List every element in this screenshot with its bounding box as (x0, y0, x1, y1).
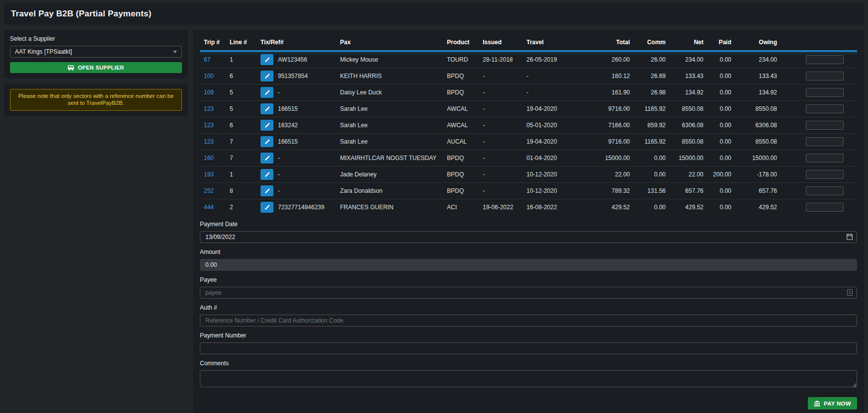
payment-number-group: Payment Number (200, 332, 857, 354)
open-supplier-button[interactable]: OPEN SUPPLIER (10, 62, 182, 73)
pax-cell: FRANCES GUERIN (336, 199, 443, 216)
edit-ref-button[interactable] (260, 103, 273, 114)
ref-text: 72327714846239 (278, 204, 324, 211)
pay-amount-cell (781, 199, 857, 216)
payment-number-input[interactable] (200, 342, 857, 354)
pencil-icon (264, 172, 270, 177)
owing-cell: 15000.00 (735, 150, 781, 166)
travel-cell: - (522, 84, 586, 101)
table-row: 1095 -Daisy Lee DuckBPDQ--161.9026.98134… (200, 84, 857, 101)
net-cell: 133.43 (670, 68, 707, 84)
trip-link[interactable]: 160 (204, 155, 214, 162)
column-header: Total (586, 34, 634, 51)
product-cell: AWCAL (443, 117, 479, 134)
trip-link[interactable]: 444 (204, 204, 214, 211)
trip-link[interactable]: 193 (204, 171, 214, 178)
line-cell: 6 (226, 117, 257, 134)
trip-link[interactable]: 252 (204, 187, 214, 194)
edit-ref-button[interactable] (260, 54, 273, 65)
edit-ref-button[interactable] (260, 202, 273, 213)
note-card: Please note that only sectors with a ref… (4, 83, 188, 116)
row-pay-input[interactable] (806, 170, 844, 179)
supplier-label: Select a Supplier (10, 35, 182, 42)
pay-now-button[interactable]: PAY NOW (808, 397, 857, 410)
issued-cell: - (479, 166, 522, 183)
edit-ref-button[interactable] (260, 71, 273, 82)
table-row: 4442 72327714846239FRANCES GUERINACI19-0… (200, 199, 857, 216)
supplier-select[interactable]: AAT Kings [TPSaatkt] (10, 46, 182, 58)
row-pay-input[interactable] (806, 154, 844, 163)
pay-amount-cell (781, 117, 857, 134)
row-pay-input[interactable] (806, 55, 844, 64)
paid-cell: 0.00 (707, 101, 735, 117)
row-pay-input[interactable] (806, 203, 844, 212)
edit-ref-button[interactable] (260, 185, 273, 196)
row-pay-input[interactable] (806, 121, 844, 130)
net-cell: 429.52 (670, 199, 707, 216)
row-pay-input[interactable] (806, 72, 844, 81)
page-title: Travel Pay B2B (Partial Payments) (11, 9, 857, 19)
issued-cell: - (479, 68, 522, 84)
owing-cell: -178.00 (735, 166, 781, 183)
page-header: Travel Pay B2B (Partial Payments) (4, 3, 864, 25)
bus-icon (68, 65, 74, 71)
line-cell: 7 (226, 150, 257, 166)
pay-amount-cell (781, 166, 857, 183)
trip-link[interactable]: 123 (204, 122, 214, 129)
pencil-icon (264, 139, 270, 145)
total-cell: 429.52 (586, 199, 634, 216)
table-row: 671 AW123456Mickey MouseTOURD28-11-20182… (200, 51, 857, 68)
auth-input[interactable] (200, 315, 857, 327)
issued-cell: 28-11-2018 (479, 51, 522, 68)
row-pay-input[interactable] (806, 88, 844, 97)
column-header: Paid (707, 34, 735, 51)
ref-text: - (278, 89, 280, 96)
trip-link[interactable]: 123 (204, 105, 214, 112)
table-header-row: Trip #Line #Tix/Ref#PaxProductIssuedTrav… (200, 34, 857, 51)
edit-ref-button[interactable] (260, 120, 273, 131)
trip-link[interactable]: 109 (204, 89, 214, 96)
paid-cell: 200.00 (707, 166, 735, 183)
product-cell: BPDQ (443, 183, 479, 199)
table-row: 1931 -Jade DelaneyBPDQ-10-12-202022.000.… (200, 166, 857, 183)
payment-number-label: Payment Number (200, 332, 857, 339)
line-cell: 2 (226, 199, 257, 216)
row-pay-input[interactable] (806, 137, 844, 146)
row-pay-input[interactable] (806, 186, 844, 195)
paid-cell: 0.00 (707, 84, 735, 101)
column-header: Tix/Ref# (257, 34, 336, 51)
line-cell: 1 (226, 166, 257, 183)
trip-link[interactable]: 123 (204, 138, 214, 145)
pax-cell: Daisy Lee Duck (336, 84, 443, 101)
product-cell: ACI (443, 199, 479, 216)
payment-date-input[interactable] (200, 231, 857, 243)
table-row: 2528 -Zara DonaldsonBPDQ-10-12-2020789.3… (200, 183, 857, 199)
pencil-icon (264, 123, 270, 128)
edit-ref-button[interactable] (260, 169, 273, 180)
net-cell: 15000.00 (670, 150, 707, 166)
row-pay-input[interactable] (806, 104, 844, 113)
edit-ref-button[interactable] (260, 136, 273, 147)
trip-link[interactable]: 67 (204, 56, 210, 63)
comm-cell: 26.00 (634, 51, 670, 68)
comments-textarea[interactable] (200, 370, 857, 387)
product-cell: TOURD (443, 51, 479, 68)
sectors-table: Trip #Line #Tix/Ref#PaxProductIssuedTrav… (200, 34, 857, 215)
edit-ref-button[interactable] (260, 153, 273, 164)
comm-cell: 131.56 (634, 183, 670, 199)
trip-link[interactable]: 100 (204, 73, 214, 80)
travel-cell: 26-05-2019 (522, 51, 586, 68)
column-header: Pax (336, 34, 443, 51)
ref-text: AW123456 (278, 56, 307, 63)
calendar-icon[interactable] (847, 234, 853, 240)
list-indicator-icon[interactable] (847, 289, 853, 296)
amount-input[interactable] (200, 259, 857, 271)
pay-amount-cell (781, 51, 857, 68)
edit-ref-button[interactable] (260, 87, 273, 98)
paid-cell: 0.00 (707, 199, 735, 216)
travel-cell: 16-08-2022 (522, 199, 586, 216)
travel-cell: 10-12-2020 (522, 166, 586, 183)
table-row: 1006 951357854KEITH HARRISBPDQ--160.1226… (200, 68, 857, 84)
payee-input[interactable] (200, 287, 857, 299)
line-cell: 5 (226, 101, 257, 117)
